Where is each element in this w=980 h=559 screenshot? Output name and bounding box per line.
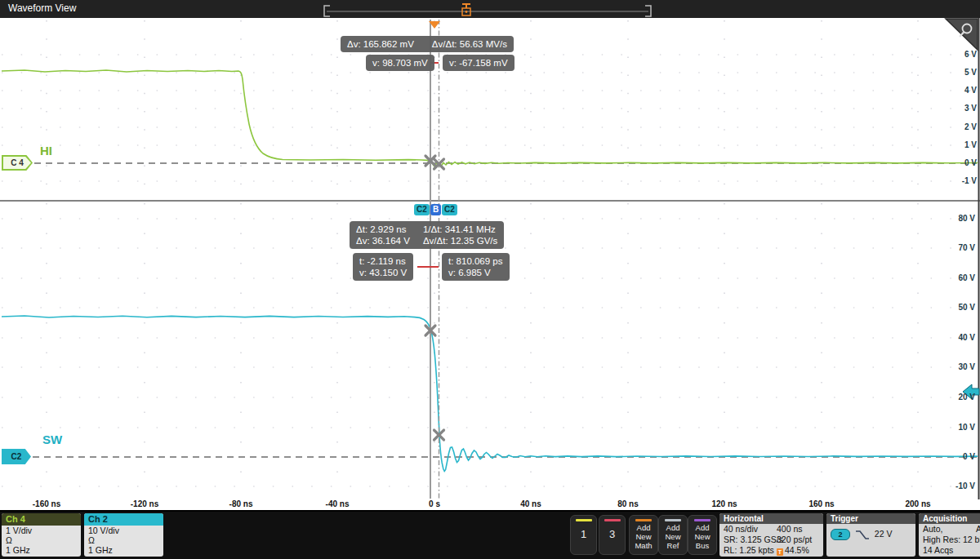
axis-time-9: 200 ns <box>893 499 942 508</box>
acq-mode: Auto, <box>923 524 943 534</box>
resolution: 320 ps/pt <box>777 535 812 545</box>
cursor-source-badge-left[interactable]: C2 <box>414 204 430 215</box>
ch2-badge[interactable]: Ch 2 10 V/div Ω 1 GHz <box>84 513 163 557</box>
acquisition-panel[interactable]: Acquisition Auto, Ana High Res: 12 bits … <box>919 513 980 557</box>
ch4-waveform[interactable] <box>2 70 978 166</box>
acq-count: 14 Acqs <box>919 545 980 556</box>
add-new-ref-button[interactable]: Add New Ref <box>658 515 688 555</box>
cursor-a-time: t: -2.119 ns <box>359 255 407 267</box>
horizontal-title: Horizontal <box>719 513 823 524</box>
axis-bot-20v: 20 V <box>939 393 975 402</box>
cursor-b-value-top[interactable]: v: -67.158 mV <box>443 55 514 71</box>
axis-bot-50v: 50 V <box>939 304 975 312</box>
graticule-divider[interactable] <box>0 200 980 202</box>
button-cursor-1[interactable]: 1 <box>570 515 597 555</box>
acquisition-title: Acquisition <box>919 513 980 524</box>
record-length: RL: 1.25 kpts <box>724 545 774 555</box>
falling-edge-icon <box>855 530 870 540</box>
ch2-plot-badge-label: C2 <box>11 452 22 461</box>
trigger-panel[interactable]: Trigger 2 22 V <box>826 513 915 557</box>
axis-time-4: 0 s <box>410 499 459 508</box>
sample-rate: SR: 3.125 GS/s <box>724 535 783 544</box>
ch4-scale: 1 V/div <box>2 526 81 535</box>
acq-detail: High Res: 12 bits <box>919 535 980 545</box>
orange-stripe-icon <box>635 519 652 521</box>
trigger-position-percent: 44.5% <box>785 545 809 555</box>
trigger-title: Trigger <box>826 513 915 524</box>
axis-bot-60v: 60 V <box>939 274 975 282</box>
axis-bot-30v: 30 V <box>939 363 975 371</box>
record-view-bar[interactable] <box>324 4 651 16</box>
axis-top-1v: 1 V <box>941 141 977 149</box>
axis-time-5: 40 ns <box>506 499 555 508</box>
axis-time-6: 80 ns <box>604 499 653 508</box>
axis-top-4v: 4 V <box>941 87 977 95</box>
delta-t: Δt: 2.929 ns <box>356 224 410 235</box>
axis-top-5v: 5 V <box>941 69 977 77</box>
inverse-delta-t: 1/Δt: 341.41 MHz <box>423 224 497 235</box>
zoom-corner-control[interactable] <box>946 19 978 50</box>
axis-time-7: 120 ns <box>700 499 749 508</box>
cursor-b-time: t: 810.069 ps <box>448 255 503 267</box>
ch4-badge[interactable]: Ch 4 1 V/div Ω 1 GHz <box>2 513 81 557</box>
axis-time-3: -40 ns <box>313 499 362 508</box>
yellow-stripe-icon <box>576 519 592 521</box>
add-bus-label: Add New Bus <box>688 523 716 550</box>
acq-mode-clipped: Ana <box>976 524 980 535</box>
ch4-plot-badge-label: C 4 <box>11 158 24 167</box>
axis-bot-m10v: -10 V <box>939 482 975 490</box>
probe-icon: Ω <box>2 535 81 545</box>
button-1-label: 1 <box>571 528 596 540</box>
ch4-plot-badge[interactable]: C 4 <box>2 155 33 171</box>
axis-top-2v: 2 V <box>941 123 977 131</box>
ch4-plot-badge-inner: C 4 <box>3 157 31 169</box>
axis-bot-70v: 70 V <box>939 244 975 252</box>
delta-v-dt-top: Δv/Δt: 56.63 MV/s <box>432 39 507 49</box>
horizontal-panel[interactable]: Horizontal 40 ns/div 400 ns SR: 3.125 GS… <box>719 513 823 557</box>
ch2-scale: 10 V/div <box>84 526 163 535</box>
ch4-badge-title: Ch 4 <box>2 513 81 526</box>
gray-stripe-icon <box>665 519 681 521</box>
trigger-level-value: 22 V <box>875 529 893 539</box>
ch4-wave-name: HI <box>40 144 52 157</box>
delta-v-dt-bottom: Δv/Δt: 12.35 GV/s <box>423 235 497 246</box>
probe-icon: Ω <box>84 535 163 545</box>
axis-bot-40v: 40 V <box>939 334 975 342</box>
axis-time-0: -160 ns <box>22 499 71 508</box>
ch2-badge-title: Ch 2 <box>84 513 163 526</box>
cursor-b-readout-bottom[interactable]: t: 810.069 ps v: 6.985 V <box>442 253 510 281</box>
axis-time-8: 160 ns <box>797 499 846 508</box>
ch2-plot-badge[interactable]: C2 <box>2 449 31 464</box>
axis-time-1: -120 ns <box>120 499 169 508</box>
trigger-position-icon: T <box>777 548 783 556</box>
cursor-a-value-top[interactable]: v: 98.703 mV <box>366 55 434 71</box>
axis-bot-0v: 0 V <box>939 453 975 461</box>
add-new-math-button[interactable]: Add New Math <box>629 515 658 555</box>
purple-stripe-icon <box>694 519 710 521</box>
axis-bot-80v: 80 V <box>939 215 975 223</box>
add-math-label: Add New Math <box>630 523 657 550</box>
ch2-wave-name: SW <box>42 433 62 446</box>
axis-top-0v: 0 V <box>941 159 977 167</box>
cursor-a-readout-bottom[interactable]: t: -2.119 ns v: 43.150 V <box>353 253 413 281</box>
record-trigger-icon[interactable] <box>462 4 470 16</box>
axis-time-2: -80 ns <box>216 499 265 508</box>
cursor-delta-readout-top[interactable]: Δv: 165.862 mVΔv/Δt: 56.63 MV/s <box>341 36 514 52</box>
oscilloscope-screen: { "title_bar": { "title": "Waveform View… <box>0 0 980 559</box>
bottom-control-bar: Ch 4 1 V/div Ω 1 GHz Ch 2 10 V/div Ω 1 G… <box>0 510 980 559</box>
axis-top-m1v: -1 V <box>941 177 977 185</box>
ch2-bandwidth: 1 GHz <box>84 545 163 555</box>
cursor-delta-readout-bottom[interactable]: Δt: 2.929 ns 1/Δt: 341.41 MHz Δv: 36.164… <box>350 221 504 249</box>
add-new-bus-button[interactable]: Add New Bus <box>688 515 717 555</box>
ch2-waveform[interactable] <box>2 316 978 472</box>
delta-v-top: Δv: 165.862 mV <box>347 39 414 49</box>
cursor-source-badge-mid[interactable]: B <box>430 204 441 215</box>
cursor-a-volt: v: 43.150 V <box>359 267 407 278</box>
button-3-label: 3 <box>599 528 625 540</box>
red-stripe-icon <box>604 519 621 521</box>
delta-v-bottom: Δv: 36.164 V <box>356 235 410 246</box>
button-cursor-3[interactable]: 3 <box>599 515 626 555</box>
axis-bot-10v: 10 V <box>939 424 975 432</box>
cursor-source-badge-right[interactable]: C2 <box>442 204 457 215</box>
horizontal-window: 400 ns <box>777 524 803 535</box>
